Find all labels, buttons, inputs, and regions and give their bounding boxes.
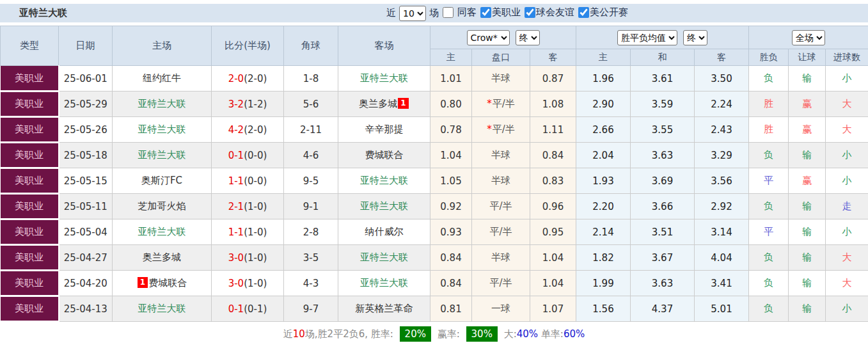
ah-away-odds-cell: 0.95 bbox=[530, 219, 576, 245]
handicap-cell: 半球 bbox=[472, 168, 530, 194]
outcome-cell: 负 bbox=[749, 245, 789, 271]
scope-select[interactable]: 全场 bbox=[792, 30, 825, 45]
corners-cell: 4-6 bbox=[284, 143, 338, 168]
cover-cell: 输 bbox=[789, 219, 826, 245]
corners-cell: 9-1 bbox=[284, 194, 338, 219]
outcome-cell: 负 bbox=[749, 194, 789, 219]
league-cell: 美职业 bbox=[1, 66, 59, 91]
fulltime-score: 1-1 bbox=[228, 227, 244, 238]
europe-stage-select[interactable]: 终 bbox=[683, 30, 707, 45]
eu-home-odds-cell: 2.90 bbox=[576, 91, 631, 117]
outcome-cell: 胜 bbox=[749, 117, 789, 143]
score-cell: 3-0(1-0) bbox=[212, 245, 284, 271]
fulltime-score: 2-1 bbox=[228, 201, 244, 212]
fulltime-score: 2-0 bbox=[228, 73, 244, 84]
filter-label: 球会友谊 bbox=[536, 6, 574, 19]
eu-home-odds-cell: 1.96 bbox=[576, 66, 631, 91]
table-row: 美职业25-04-13亚特兰大联0-1(0-1)9-7新英格兰革命0.81一球1… bbox=[1, 296, 868, 322]
home-team-cell: 1费城联合 bbox=[113, 271, 212, 296]
team-name: 奥兰多城 bbox=[359, 98, 397, 109]
team-name: 亚特兰大联 bbox=[360, 277, 408, 289]
goals-cell: 小 bbox=[826, 219, 868, 245]
filter-checkbox[interactable] bbox=[443, 7, 454, 18]
league-cell: 美职业 bbox=[1, 271, 59, 296]
recent-count-select[interactable]: 10 bbox=[399, 6, 426, 21]
goals-cell: 大 bbox=[826, 245, 868, 271]
games-label: 场 bbox=[429, 7, 439, 19]
away-team-cell: 费城联合 bbox=[338, 143, 430, 168]
home-team-cell: 纽约红牛 bbox=[113, 66, 212, 91]
corners-cell: 9-7 bbox=[284, 296, 338, 322]
result-group-header: 全场 bbox=[749, 26, 868, 49]
team-name: 亚特兰大联 bbox=[138, 149, 186, 161]
cover-cell: 赢 bbox=[789, 168, 826, 194]
eu-home-odds-cell: 1.82 bbox=[576, 245, 631, 271]
home-team-cell: 亚特兰大联 bbox=[113, 143, 212, 168]
goals-cell: 大 bbox=[826, 117, 868, 143]
eu-draw-odds-cell: 4.37 bbox=[631, 296, 695, 322]
team-name: 奥兰多城 bbox=[143, 251, 181, 263]
outcome-cell: 负 bbox=[749, 66, 789, 91]
date-cell: 25-05-29 bbox=[59, 91, 113, 117]
eu-away-odds-cell: 2.24 bbox=[695, 91, 749, 117]
filter-checkbox[interactable] bbox=[480, 7, 491, 18]
league-cell: 美职业 bbox=[1, 296, 59, 322]
league-cell: 美职业 bbox=[1, 143, 59, 168]
filter-checkbox[interactable] bbox=[578, 7, 589, 18]
eu-away-odds-cell: 5.01 bbox=[695, 296, 749, 322]
filter-checkbox[interactable] bbox=[525, 7, 535, 18]
footer-text: 单率: bbox=[538, 328, 564, 340]
outcome-cell: 负 bbox=[749, 296, 789, 322]
fulltime-score: 0-1 bbox=[228, 150, 244, 161]
ah-home-odds-cell: 0.93 bbox=[430, 219, 472, 245]
corners-cell: 2-11 bbox=[284, 117, 338, 143]
col-header-score: 比分(半场) bbox=[212, 26, 284, 66]
halftime-score: (2-0) bbox=[244, 73, 267, 84]
halftime-score: (1-0) bbox=[244, 252, 267, 264]
handicap-cell: 半球 bbox=[472, 245, 530, 271]
home-team-cell: 奥兰多城 bbox=[113, 245, 212, 271]
filter-checkboxes: 同客美职业球会友谊美公开赛 bbox=[439, 6, 628, 20]
provider-select[interactable]: Crow* bbox=[467, 30, 510, 45]
footer-text: 60% bbox=[564, 328, 585, 340]
filter-checked[interactable]: 美公开赛 bbox=[576, 6, 628, 19]
europe-odds-select[interactable]: 胜平负均值 bbox=[617, 30, 677, 45]
asian-stage-select[interactable]: 终 bbox=[516, 30, 540, 45]
handicap-cell: 半球 bbox=[472, 143, 530, 168]
col-header-corners: 角球 bbox=[284, 26, 338, 66]
footer-text: 场,胜2平2负6, 胜率: bbox=[305, 328, 397, 340]
sub-header-ah-home: 主 bbox=[430, 49, 472, 66]
page-title: 亚特兰大联 bbox=[19, 7, 67, 19]
ah-home-odds-cell: 1.05 bbox=[430, 168, 472, 194]
eu-home-odds-cell: 1.93 bbox=[576, 168, 631, 194]
team-name: 亚特兰大联 bbox=[360, 251, 408, 263]
col-header-away: 客场 bbox=[338, 26, 430, 66]
filter-checked[interactable]: 美职业 bbox=[478, 6, 521, 19]
col-header-type: 类型 bbox=[1, 26, 59, 66]
eu-home-odds-cell: 1.99 bbox=[576, 271, 631, 296]
sub-header-handicap: 盘口 bbox=[472, 49, 530, 66]
outcome-cell: 平 bbox=[749, 168, 789, 194]
cover-cell: 输 bbox=[789, 143, 826, 168]
corners-cell: 3-5 bbox=[284, 245, 338, 271]
filter-checked[interactable]: 球会友谊 bbox=[522, 6, 574, 19]
europe-odds-group-header: 胜平负均值 终 bbox=[576, 26, 749, 49]
sub-header-ah-away: 客 bbox=[530, 49, 576, 66]
table-row: 美职业25-05-11芝加哥火焰2-1(1-0)9-1亚特兰大联0.92平/半0… bbox=[1, 194, 868, 219]
summary-footer: 近10场,胜2平2负6, 胜率: 20% 赢率: 30% 大:40% 单率:60… bbox=[0, 322, 868, 346]
team-name: 费城联合 bbox=[365, 149, 404, 161]
outcome-cell: 平 bbox=[749, 219, 789, 245]
table-row: 美职业25-06-01纽约红牛2-0(2-0)1-8亚特兰大联1.01半球0.8… bbox=[1, 66, 868, 91]
eu-away-odds-cell: 3.50 bbox=[695, 66, 749, 91]
sub-header-outcome: 胜负 bbox=[749, 49, 789, 66]
ah-home-odds-cell: 0.80 bbox=[430, 91, 472, 117]
table-row: 美职业25-05-04亚特兰大联1-1(1-0)2-8纳什威尔0.93平/半0.… bbox=[1, 219, 868, 245]
halftime-score: (0-0) bbox=[244, 175, 267, 187]
home-team-cell: 亚特兰大联 bbox=[113, 117, 212, 143]
filter-unchecked[interactable]: 同客 bbox=[440, 6, 477, 19]
team-name: 亚特兰大联 bbox=[138, 226, 186, 237]
cover-cell: 赢 bbox=[789, 117, 826, 143]
eu-draw-odds-cell: 3.66 bbox=[631, 194, 695, 219]
sub-header-cover: 让球 bbox=[789, 49, 826, 66]
team-name: 芝加哥火焰 bbox=[138, 200, 186, 212]
